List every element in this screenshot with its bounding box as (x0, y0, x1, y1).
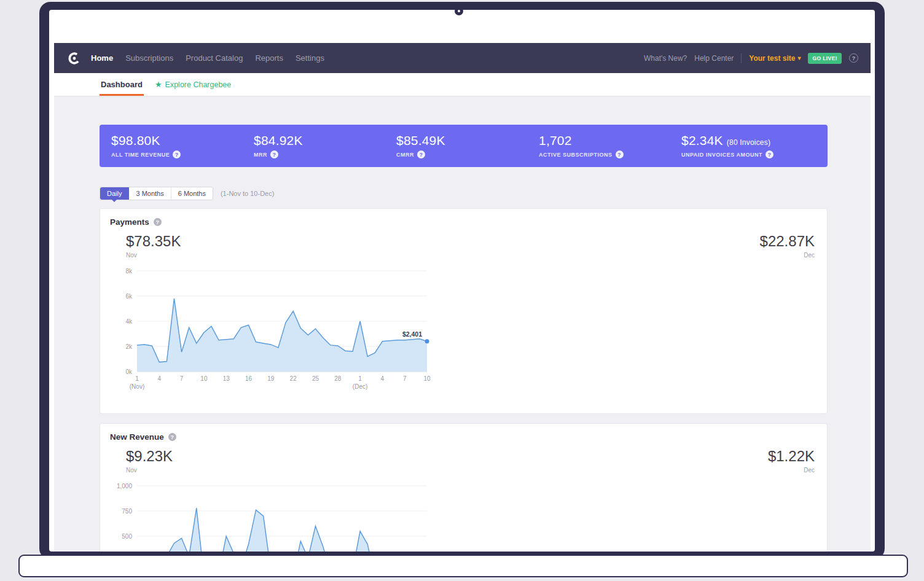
range-option-3-months[interactable]: 3 Months (129, 187, 171, 200)
range-option-6-months[interactable]: 6 Months (171, 187, 213, 200)
svg-text:13: 13 (223, 375, 230, 382)
metric-value-suffix: (80 Invoices) (727, 138, 770, 147)
right-label: Dec (768, 467, 815, 474)
metric-value: 1,702 (539, 133, 681, 148)
metric-label: CMRR (396, 152, 414, 158)
svg-text:4k: 4k (125, 318, 133, 325)
svg-text:1,000: 1,000 (117, 483, 132, 489)
chart-card-new-revenue: New Revenue ? $9.23K Nov $1.22K Dec (100, 423, 828, 552)
metric-mrr: $84.92K MRR ? (254, 133, 396, 158)
range-text: (1-Nov to 10-Dec) (221, 190, 274, 197)
range-option-daily[interactable]: Daily (100, 187, 129, 200)
metric-label: ALL TIME REVENUE (111, 152, 170, 158)
chart-card-payments: Payments ? $78.35K Nov $22.87K Dec (100, 208, 828, 414)
nav-item-settings[interactable]: Settings (296, 53, 324, 63)
range-segmented-control: Daily 3 Months 6 Months (100, 187, 213, 200)
metric-value: $2.34K (80 Invoices) (681, 133, 773, 148)
svg-text:750: 750 (122, 508, 132, 515)
svg-text:4: 4 (158, 375, 162, 382)
svg-text:6k: 6k (125, 293, 133, 300)
range-toggle-row: Daily 3 Months 6 Months (1-Nov to 10-Dec… (100, 187, 828, 200)
help-icon[interactable]: ? (154, 218, 162, 226)
svg-text:22: 22 (290, 375, 297, 382)
whats-new-link[interactable]: What's New? (644, 54, 687, 63)
svg-text:4: 4 (381, 375, 385, 382)
site-switcher[interactable]: Your test site ▾ (749, 54, 801, 63)
app-window: Home Subscriptions Product Catalog Repor… (49, 10, 875, 552)
site-name-label: Your test site (749, 54, 795, 63)
svg-text:16: 16 (245, 375, 253, 382)
svg-text:28: 28 (334, 375, 342, 382)
explore-chargebee-link[interactable]: ★ Explore Chargebee (155, 73, 231, 96)
metric-value: $98.80K (111, 133, 254, 148)
left-label: Nov (126, 252, 181, 259)
caret-down-icon: ▾ (797, 55, 801, 61)
nav-item-product-catalog[interactable]: Product Catalog (186, 53, 243, 63)
top-nav-right: What's New? Help Center Your test site ▾… (644, 53, 858, 64)
left-label: Nov (126, 467, 173, 474)
sub-nav: Dashboard ★ Explore Chargebee (54, 73, 871, 96)
card-title: Payments (110, 217, 149, 227)
metric-active-subscriptions: 1,702 ACTIVE SUBSCRIPTIONS ? (539, 133, 681, 158)
device-base (18, 555, 908, 577)
nav-item-home[interactable]: Home (91, 53, 113, 63)
svg-text:25: 25 (312, 375, 319, 382)
tab-dashboard[interactable]: Dashboard (100, 73, 144, 96)
help-center-link[interactable]: Help Center (694, 54, 734, 63)
svg-text:8k: 8k (125, 268, 133, 275)
help-icon[interactable]: ? (765, 150, 773, 158)
metric-cmrr: $85.49K CMRR ? (396, 133, 539, 158)
help-icon[interactable]: ? (270, 150, 278, 158)
svg-text:10: 10 (423, 375, 431, 382)
go-live-button[interactable]: GO LIVE! (808, 53, 842, 64)
svg-text:(Nov): (Nov) (130, 383, 144, 390)
metric-value: $85.49K (396, 133, 539, 148)
summary-banner: $98.80K ALL TIME REVENUE ? $84.92K MRR ? (100, 125, 828, 167)
svg-text:2k: 2k (125, 343, 133, 350)
metric-label: UNPAID INVOICES AMOUNT (681, 152, 762, 158)
metric-unpaid-invoices: $2.34K (80 Invoices) UNPAID INVOICES AMO… (681, 133, 773, 158)
nav-item-reports[interactable]: Reports (255, 53, 283, 63)
metric-value: $84.92K (254, 133, 396, 148)
left-value: $78.35K (126, 233, 181, 250)
svg-text:$2,401: $2,401 (402, 330, 422, 338)
card-title: New Revenue (110, 432, 164, 442)
svg-text:1: 1 (135, 375, 139, 382)
new-revenue-area-chart: 02505007501,0001(Nov)47101316192225281(D… (110, 477, 817, 552)
dashboard-content: $98.80K ALL TIME REVENUE ? $84.92K MRR ? (54, 96, 871, 552)
chart-cards-grid: Payments ? $78.35K Nov $22.87K Dec (100, 208, 828, 552)
help-icon[interactable]: ? (417, 150, 425, 158)
help-icon[interactable]: ? (616, 150, 624, 158)
top-nav: Home Subscriptions Product Catalog Repor… (54, 43, 871, 73)
chargebee-logo-icon[interactable] (68, 52, 81, 65)
svg-text:7: 7 (403, 375, 407, 382)
svg-text:0k: 0k (125, 368, 133, 375)
right-value: $22.87K (760, 233, 815, 250)
metric-label: ACTIVE SUBSCRIPTIONS (539, 152, 613, 158)
main-menu: Home Subscriptions Product Catalog Repor… (91, 53, 324, 63)
device-frame: Home Subscriptions Product Catalog Repor… (39, 2, 885, 560)
right-label: Dec (760, 252, 815, 259)
divider (741, 53, 742, 63)
svg-text:10: 10 (200, 375, 208, 382)
nav-item-subscriptions[interactable]: Subscriptions (125, 53, 173, 63)
help-icon[interactable]: ? (849, 53, 858, 63)
explore-label: Explore Chargebee (165, 80, 232, 89)
star-icon: ★ (155, 80, 162, 89)
left-value: $9.23K (126, 448, 173, 465)
svg-text:500: 500 (122, 533, 132, 540)
right-value: $1.22K (768, 448, 815, 465)
metric-all-time-revenue: $98.80K ALL TIME REVENUE ? (111, 133, 254, 158)
help-icon[interactable]: ? (168, 433, 176, 441)
camera-ring-icon (455, 7, 463, 15)
svg-text:1: 1 (358, 375, 362, 382)
svg-text:7: 7 (180, 375, 184, 382)
payments-area-chart: 0k2k4k6k8k1(Nov)47101316192225281(Dec)47… (110, 262, 817, 395)
svg-text:19: 19 (267, 375, 275, 382)
chargebee-app: Home Subscriptions Product Catalog Repor… (54, 43, 871, 552)
metric-label: MRR (254, 152, 267, 158)
svg-text:(Dec): (Dec) (353, 383, 367, 390)
help-icon[interactable]: ? (173, 150, 181, 158)
